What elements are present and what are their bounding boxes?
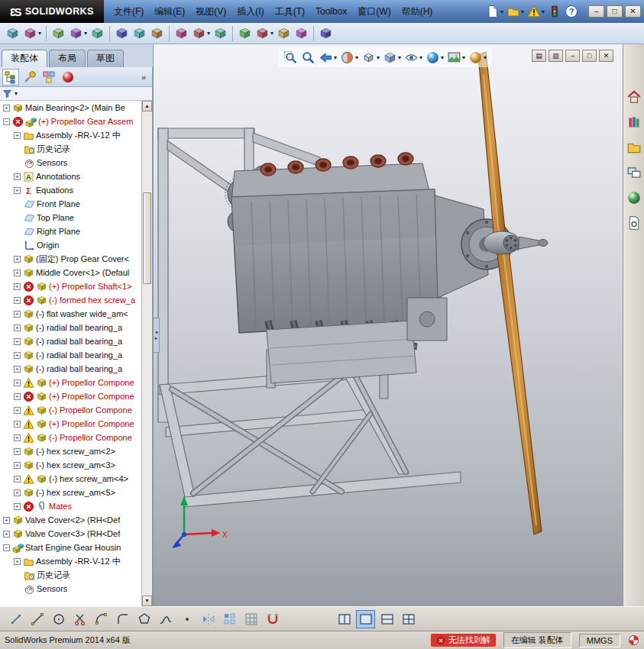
scroll-up-button[interactable]: ▲	[142, 101, 152, 111]
bill-of-materials-icon[interactable]	[236, 24, 254, 43]
tree-expander[interactable]: +	[3, 517, 10, 524]
tree-item[interactable]: −(+) Propellor Gear Assem	[0, 115, 142, 128]
viewport-four-icon[interactable]	[399, 610, 418, 628]
tree-item[interactable]: +(-) hex screw_am<3>	[0, 458, 142, 472]
polygon-icon[interactable]	[134, 610, 154, 628]
tree-scrollbar[interactable]: ▲ ▼	[141, 101, 152, 606]
new-motion-study-icon[interactable]	[212, 24, 229, 43]
tree-expander[interactable]: +	[14, 338, 21, 345]
panel-overflow-button[interactable]: »	[141, 73, 150, 82]
tree-item[interactable]: +(-) radial ball bearing_a	[0, 348, 142, 362]
display-grid-icon[interactable]	[241, 610, 261, 628]
tree-expander[interactable]: −	[3, 118, 10, 125]
tab-布局[interactable]: 布局	[49, 50, 86, 67]
zoom-fit-icon[interactable]	[283, 50, 299, 65]
display-style-icon[interactable]: ▾	[382, 50, 402, 65]
filter-icon[interactable]	[2, 89, 12, 98]
menu-item-编辑(E)[interactable]: 编辑(E)	[149, 3, 190, 21]
tree-expander[interactable]: +	[14, 283, 21, 290]
custom-properties-icon[interactable]	[626, 215, 642, 231]
circle-icon[interactable]	[49, 610, 68, 628]
child-pane-right[interactable]: ▥	[549, 50, 563, 62]
maximize-button[interactable]: □	[607, 5, 623, 18]
tree-item[interactable]: Origin	[0, 238, 142, 252]
child-close[interactable]: ✕	[599, 50, 613, 62]
propertymanager-tab[interactable]	[21, 69, 38, 86]
edit-component-icon[interactable]	[4, 24, 21, 43]
menu-item-窗口(W)[interactable]: 窗口(W)	[352, 3, 396, 21]
tree-item[interactable]: +(-) flat washer wide_am<	[0, 307, 142, 321]
linear-component-pattern-icon[interactable]: ▾	[67, 24, 89, 43]
tree-expander[interactable]: +	[14, 256, 21, 263]
sketch-fillet-icon[interactable]	[113, 610, 132, 628]
tab-草图[interactable]: 草图	[87, 50, 124, 67]
panel-splitter[interactable]: ◂▸	[154, 318, 160, 353]
tree-expander[interactable]: +	[14, 489, 21, 496]
tree-item[interactable]: Right Plane	[0, 224, 142, 238]
tree-item[interactable]: +Middle Cover<1> (Defaul	[0, 266, 142, 279]
tree-expander[interactable]: +	[14, 448, 21, 455]
tree-expander[interactable]: +	[14, 173, 21, 180]
tree-expander[interactable]: +	[14, 421, 21, 428]
tree-expander[interactable]: +	[14, 366, 21, 373]
tree-item[interactable]: +(-) Propellor Compone	[0, 431, 142, 444]
move-component-icon[interactable]	[113, 24, 131, 43]
child-pane-left[interactable]: ▤	[532, 50, 546, 62]
tree-item[interactable]: +(-) Propellor Compone	[0, 403, 142, 417]
menu-item-插入(I)[interactable]: 插入(I)	[231, 3, 269, 21]
tree-expander[interactable]: +	[14, 352, 21, 359]
scroll-thumb[interactable]	[143, 192, 151, 284]
zoom-to-area-icon[interactable]	[300, 50, 316, 65]
tree-expander[interactable]: +	[14, 462, 21, 469]
solidworks-rx-icon[interactable]	[546, 2, 563, 21]
tree-item[interactable]: +Main Bearing<2> (Main Be	[0, 101, 142, 115]
help-icon[interactable]: ?	[563, 2, 580, 21]
appearances-scenes-icon[interactable]	[626, 189, 642, 206]
trim-entities-icon[interactable]	[70, 610, 89, 628]
tree-expander[interactable]: +	[14, 132, 21, 139]
smart-dimension-icon[interactable]	[6, 610, 25, 628]
tree-item[interactable]: +(-) radial ball bearing_a	[0, 362, 142, 376]
reference-geometry-icon[interactable]: ▾	[190, 24, 212, 43]
tree-item[interactable]: +Assembly -RR-V-12 中	[0, 128, 142, 142]
mirror-entities-icon[interactable]	[199, 610, 218, 628]
rotate-component-icon[interactable]	[131, 24, 148, 43]
view-orientation-icon[interactable]: ▾	[361, 50, 380, 65]
solidworks-resources-icon[interactable]	[626, 89, 642, 105]
show-hidden-components-icon[interactable]	[148, 24, 166, 43]
tree-expander[interactable]: +	[14, 503, 21, 510]
explode-line-sketch-icon[interactable]	[275, 24, 293, 43]
tree-item[interactable]: −Start Engine Gear Housin	[0, 541, 142, 554]
edit-appearance-icon[interactable]: ▾	[425, 50, 445, 65]
tree-expander[interactable]: +	[14, 476, 21, 483]
mate-error-badge[interactable]: 无法找到解	[431, 634, 496, 647]
tree-item[interactable]: +(固定) Prop Gear Cover<	[0, 252, 142, 266]
section-view-icon[interactable]: ▾	[339, 50, 359, 65]
apply-scene-icon[interactable]: ▾	[446, 50, 466, 65]
model-scene[interactable]: X	[154, 44, 623, 606]
tree-item[interactable]: +Mates	[0, 499, 142, 513]
tree-item[interactable]: Sensors	[0, 156, 142, 170]
child-restore[interactable]: □	[582, 50, 597, 62]
tree-expander[interactable]: +	[14, 297, 21, 304]
view-settings-icon[interactable]: ▾	[468, 50, 487, 65]
hide-show-items-icon[interactable]: ▾	[403, 50, 423, 65]
smart-fasteners-icon[interactable]	[89, 24, 106, 43]
model-propeller[interactable]	[478, 52, 548, 534]
point-icon[interactable]	[177, 610, 196, 628]
tree-item[interactable]: +(+) Propellor Shaft<1>	[0, 279, 142, 293]
linear-sketch-pattern-icon[interactable]	[220, 610, 239, 628]
insert-components-icon[interactable]: ▾	[21, 24, 43, 43]
viewport-two-horizontal-icon[interactable]	[377, 610, 396, 628]
menu-item-Toolbox[interactable]: Toolbox	[310, 4, 352, 19]
tree-item[interactable]: 历史记录	[0, 568, 142, 582]
menu-item-工具(T)[interactable]: 工具(T)	[270, 3, 310, 21]
viewport-single-icon[interactable]	[356, 610, 375, 628]
menu-item-视图(V)[interactable]: 视图(V)	[190, 3, 231, 21]
tree-expander[interactable]: +	[14, 558, 21, 565]
assembly-features-icon[interactable]	[173, 24, 190, 43]
tree-expander[interactable]: +	[14, 324, 21, 331]
view-palette-icon[interactable]	[626, 164, 642, 181]
design-library-icon[interactable]	[626, 114, 642, 131]
tree-item[interactable]: 历史记录	[0, 142, 142, 156]
